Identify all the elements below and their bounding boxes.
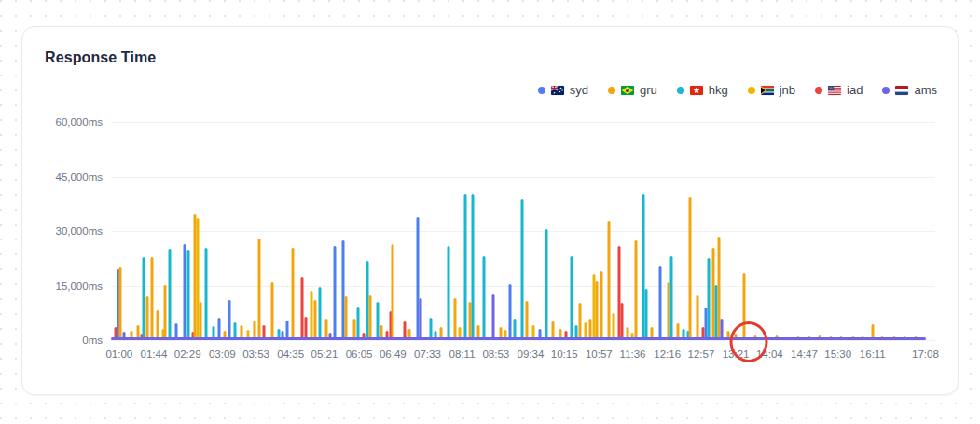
spike-gru[interactable]	[453, 298, 456, 340]
legend-label-ams: ams	[914, 83, 937, 97]
x-tick: 07:33	[414, 349, 441, 360]
x-tick: 01:44	[141, 349, 168, 360]
y-axis: 60,000ms45,000ms30,000ms15,000ms0ms	[45, 122, 111, 340]
spike-iad[interactable]	[617, 246, 620, 340]
chart-legend: syd gru hkg jnb	[538, 83, 937, 97]
spike-gru[interactable]	[344, 296, 347, 340]
spike-syd[interactable]	[334, 246, 337, 340]
spike-iad[interactable]	[621, 303, 624, 340]
gru-series-dot	[608, 87, 615, 94]
spike-gru[interactable]	[314, 300, 317, 340]
spike-gru[interactable]	[578, 303, 581, 340]
spike-hkg[interactable]	[714, 285, 717, 340]
spike-jnb[interactable]	[613, 313, 615, 340]
jnb-series-dot	[748, 87, 755, 94]
spike-hkg[interactable]	[357, 307, 360, 340]
x-tick: 02:29	[174, 349, 201, 360]
spike-gru[interactable]	[151, 257, 154, 340]
y-tick: 60,000ms	[55, 116, 103, 128]
x-tick: 09:34	[518, 349, 545, 360]
gridline	[111, 340, 935, 341]
legend-item-jnb[interactable]: jnb	[748, 83, 795, 97]
flag-australia-icon	[551, 86, 564, 95]
spike-syd[interactable]	[228, 300, 231, 340]
spike-gru[interactable]	[156, 310, 159, 340]
spike-hkg[interactable]	[545, 229, 547, 340]
spike-gru[interactable]	[525, 301, 528, 340]
spike-jnb[interactable]	[310, 291, 312, 340]
spike-gru[interactable]	[271, 282, 274, 340]
spike-syd[interactable]	[183, 244, 186, 340]
spike-gru[interactable]	[200, 302, 202, 340]
response-time-chart: 60,000ms45,000ms30,000ms15,000ms0ms 01:0…	[45, 122, 935, 365]
legend-label-jnb: jnb	[780, 83, 795, 97]
spike-hkg[interactable]	[168, 249, 171, 340]
spike-ams[interactable]	[419, 298, 421, 340]
legend-label-syd: syd	[570, 83, 588, 97]
x-tick: 15:30	[824, 349, 851, 360]
spike-hkg[interactable]	[318, 287, 321, 340]
legend-item-ams[interactable]: ams	[882, 83, 937, 97]
y-tick: 30,000ms	[55, 226, 103, 237]
spike-gru[interactable]	[292, 248, 295, 340]
y-tick: 15,000ms	[55, 280, 103, 292]
x-tick: 10:15	[551, 349, 578, 360]
x-tick: 05:21	[311, 349, 338, 360]
x-tick: 03:09	[209, 349, 236, 360]
syd-series-dot	[538, 87, 545, 94]
plot-area[interactable]	[111, 122, 935, 340]
x-tick: 14:47	[791, 349, 818, 360]
spike-syd[interactable]	[658, 266, 661, 340]
baseline-band-ams[interactable]	[111, 337, 926, 341]
spike-hkg[interactable]	[448, 246, 450, 340]
spike-hkg[interactable]	[187, 250, 190, 341]
x-tick: 08:11	[449, 349, 476, 360]
x-tick: 11:36	[620, 349, 646, 360]
spike-ams[interactable]	[492, 294, 495, 340]
spike-gru[interactable]	[696, 295, 698, 340]
spike-hkg[interactable]	[376, 302, 379, 340]
gridline	[111, 177, 935, 178]
spike-gru[interactable]	[600, 271, 602, 340]
x-tick: 06:49	[380, 349, 407, 360]
ams-series-dot	[882, 87, 890, 94]
legend-item-iad[interactable]: iad	[815, 83, 863, 97]
x-tick: 04:35	[277, 349, 304, 360]
flag-netherlands-icon	[895, 86, 908, 95]
spike-gru[interactable]	[635, 240, 638, 340]
flag-united-states-icon	[828, 86, 841, 95]
spike-gru[interactable]	[595, 281, 598, 340]
legend-item-gru[interactable]: gru	[608, 83, 657, 97]
annotation-circle	[730, 321, 768, 362]
legend-item-hkg[interactable]: hkg	[677, 83, 728, 97]
spike-gru[interactable]	[689, 197, 692, 340]
spike-gru[interactable]	[392, 244, 394, 340]
spike-gru[interactable]	[118, 267, 121, 340]
spike-gru[interactable]	[258, 239, 261, 340]
x-tick: 10:57	[586, 349, 613, 360]
spike-hkg[interactable]	[464, 194, 467, 340]
spike-hkg[interactable]	[707, 258, 710, 340]
x-tick: 12:57	[688, 349, 715, 360]
spike-hkg[interactable]	[571, 256, 573, 340]
spike-gru[interactable]	[145, 296, 148, 340]
spike-hkg[interactable]	[644, 289, 647, 340]
y-tick: 0ms	[82, 335, 103, 346]
y-tick: 45,000ms	[55, 171, 103, 183]
spike-hkg[interactable]	[483, 256, 486, 340]
hkg-series-dot	[677, 87, 684, 94]
spike-gru[interactable]	[607, 221, 610, 340]
spike-hkg[interactable]	[472, 194, 475, 340]
spike-hkg[interactable]	[521, 199, 524, 340]
spike-syd[interactable]	[508, 284, 511, 340]
page-title: Response Time	[45, 49, 156, 66]
legend-label-gru: gru	[640, 83, 657, 97]
legend-label-hkg: hkg	[709, 83, 728, 97]
legend-item-syd[interactable]: syd	[538, 83, 588, 97]
spike-gru[interactable]	[164, 285, 167, 340]
spike-gru[interactable]	[369, 295, 372, 340]
flag-south-africa-icon	[761, 86, 774, 95]
x-tick: 08:53	[482, 349, 509, 360]
spike-hkg[interactable]	[204, 248, 207, 340]
spike-hkg[interactable]	[670, 256, 673, 340]
